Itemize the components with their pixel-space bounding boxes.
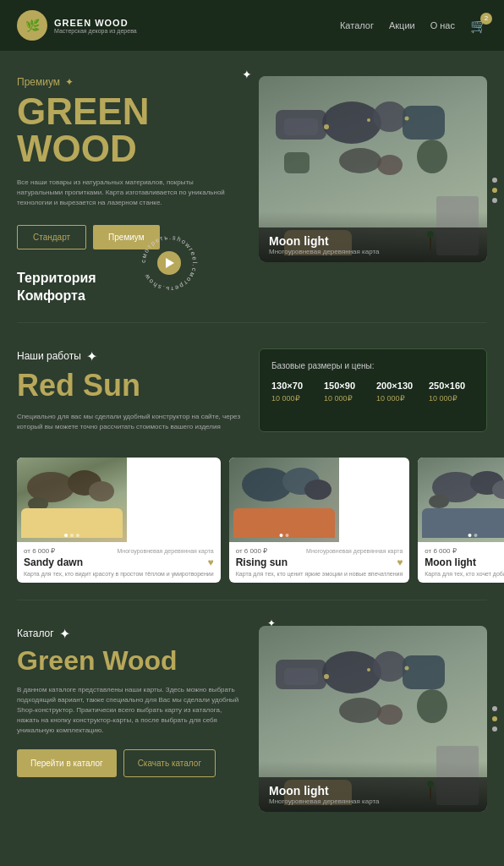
sofa-shape-2 <box>422 508 504 538</box>
prod-dot-0-1[interactable] <box>64 534 68 537</box>
premium-label: Премиум <box>17 76 60 88</box>
product-type-0: Многоуровневая деревянная карта <box>118 548 214 554</box>
catalog-buttons: Перейти в каталог Скачать каталог <box>17 749 245 777</box>
size-item-3: 200×130 10 000₽ <box>376 381 422 403</box>
download-catalog-button[interactable]: Скачать каталог <box>123 749 216 777</box>
product-name-row-0: Sandy dawn ♥ <box>24 556 214 568</box>
size-price-2: 10 000₽ <box>324 394 370 403</box>
size-price-4: 10 000₽ <box>429 394 474 403</box>
header: 🌿 GREEN WOOD Мастерская декора из дерева… <box>0 0 504 51</box>
nav: Каталог Акции О нас 🛒 2 <box>340 18 487 34</box>
hero-card-label: Moon light Многоуровневая деревянная кар… <box>259 227 487 262</box>
prod-dot-1-2[interactable] <box>285 534 288 537</box>
product-type-1: Многоуровневая деревянная карта <box>306 548 403 554</box>
hero-description: Все наши товары из натуральных материало… <box>17 178 237 208</box>
catalog-description: В данном каталоге представлены наши карт… <box>17 685 245 736</box>
hero-section: Премиум ✦ GREEN WOOD Все наши товары из … <box>0 51 504 322</box>
svg-point-23 <box>429 495 449 508</box>
catalog-badge: Каталог ✦ <box>17 626 245 642</box>
heart-icon-0[interactable]: ♥ <box>208 556 214 568</box>
product-price-1: от 6 000 ₽ <box>236 547 267 555</box>
cat-dot-1[interactable] <box>492 706 497 711</box>
product-card-1: от 6 000 ₽ Многоуровневая деревянная кар… <box>229 458 410 583</box>
product-card-0: от 6 000 ₽ Многоуровневая деревянная кар… <box>17 458 221 583</box>
logo-text: GREEN WOOD Мастерская декора из дерева <box>54 18 137 34</box>
dot-2[interactable] <box>492 188 497 193</box>
catalog-nav-dots <box>492 706 497 732</box>
svg-rect-2 <box>284 118 318 135</box>
prod-dot-1-1[interactable] <box>279 534 282 537</box>
svg-rect-33 <box>403 655 445 689</box>
product-nav-dots-2 <box>468 534 478 537</box>
prod-dot-0-3[interactable] <box>76 534 79 537</box>
product-image-2 <box>418 458 504 542</box>
svg-rect-8 <box>284 152 310 173</box>
works-description: Специально для вас мы сделали удобный ко… <box>17 412 245 432</box>
cat-dot-2[interactable] <box>492 716 497 721</box>
hero-card-title: Moon light <box>269 234 477 248</box>
works-title: Red Sun <box>17 368 245 403</box>
product-name-1: Rising sun <box>236 556 288 568</box>
heart-icon-1[interactable]: ♥ <box>397 556 403 568</box>
svg-point-7 <box>377 155 403 175</box>
svg-point-31 <box>322 651 381 693</box>
products-section: от 6 000 ₽ Многоуровневая деревянная кар… <box>0 449 504 600</box>
sizes-table-title: Базовые размеры и цены: <box>271 361 474 370</box>
product-price-2: от 6 000 ₽ <box>425 547 456 555</box>
product-desc-1: Карта для тех, кто ценит яркие эмоции и … <box>236 570 403 578</box>
product-nav-dots-0 <box>64 534 79 537</box>
catalog-right: ✦ ✦ <box>259 626 487 812</box>
works-section: Наши работы ✦ Red Sun Специально для вас… <box>0 323 504 449</box>
product-price-row-1: от 6 000 ₽ Многоуровневая деревянная кар… <box>236 547 403 555</box>
play-icon[interactable] <box>157 251 181 275</box>
hero-right: ✦ ✦ <box>259 76 487 305</box>
nav-promotions[interactable]: Акции <box>389 20 415 30</box>
catalog-star-icon: ✦ <box>59 626 70 642</box>
dot-1[interactable] <box>492 178 497 183</box>
product-name-2: Moon light <box>425 556 476 568</box>
logo: 🌿 GREEN WOOD Мастерская декора из дерева <box>17 10 137 41</box>
product-image-1 <box>229 458 339 542</box>
logo-subtitle: Мастерская декора из дерева <box>54 28 137 34</box>
hero-card: Moon light Многоуровневая деревянная кар… <box>259 76 487 262</box>
prod-dot-2-1[interactable] <box>468 534 472 537</box>
product-name-row-2: Moon light ♡ <box>425 556 504 568</box>
nav-catalog[interactable]: Каталог <box>340 20 374 30</box>
product-info-0: от 6 000 ₽ Многоуровневая деревянная кар… <box>17 542 221 583</box>
hero-nav-dots <box>492 178 497 203</box>
size-item-2: 150×90 10 000₽ <box>324 381 370 403</box>
showreel-button[interactable]: смотреть.showreel.смотреть.show <box>135 229 203 297</box>
go-to-catalog-button[interactable]: Перейти в каталог <box>17 749 117 777</box>
catalog-section: Каталог ✦ Green Wood В данном каталоге п… <box>0 600 504 837</box>
prod-dot-0-2[interactable] <box>70 534 74 537</box>
hero-title: GREEN WOOD <box>17 93 237 167</box>
svg-point-6 <box>339 148 381 173</box>
size-dims-2: 150×90 <box>324 381 370 391</box>
svg-point-35 <box>377 704 403 725</box>
cat-dot-3[interactable] <box>492 726 497 732</box>
cart-count: 2 <box>480 13 492 25</box>
svg-point-13 <box>27 472 74 502</box>
size-item-4: 250×160 10 000₽ <box>429 381 474 403</box>
works-badge-text: Наши работы <box>17 350 81 362</box>
dot-3[interactable] <box>492 198 497 203</box>
catalog-card-label: Moon light Многоуровневая деревянная кар… <box>259 777 487 812</box>
standard-button[interactable]: Стандарт <box>17 225 86 249</box>
svg-point-11 <box>367 118 370 122</box>
works-badge: Наши работы ✦ <box>17 348 245 364</box>
cart-button[interactable]: 🛒 2 <box>470 18 487 34</box>
catalog-left: Каталог ✦ Green Wood В данном каталоге п… <box>17 626 245 812</box>
svg-point-36 <box>417 689 447 723</box>
prod-dot-2-2[interactable] <box>474 534 478 537</box>
catalog-badge-text: Каталог <box>17 628 54 639</box>
logo-icon: 🌿 <box>17 10 47 41</box>
hero-buttons: Стандарт Премиум <box>17 225 237 249</box>
hero-left: Премиум ✦ GREEN WOOD Все наши товары из … <box>17 76 245 305</box>
size-dims-3: 200×130 <box>376 381 422 391</box>
svg-point-4 <box>373 101 407 132</box>
size-price-3: 10 000₽ <box>376 394 422 403</box>
size-item-1: 130×70 10 000₽ <box>271 381 317 403</box>
nav-about[interactable]: О нас <box>430 20 455 30</box>
svg-point-34 <box>339 698 381 723</box>
catalog-title: Green Wood <box>17 645 245 677</box>
